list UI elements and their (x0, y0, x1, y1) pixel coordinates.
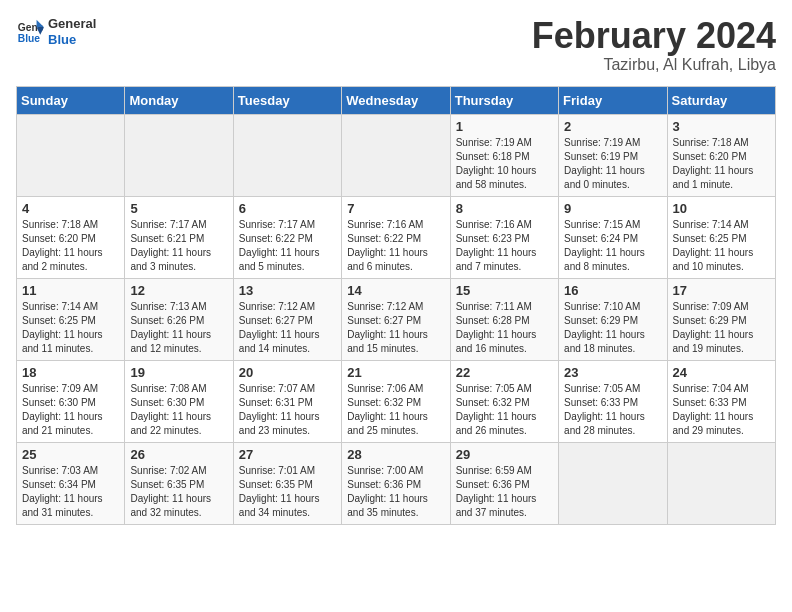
calendar-cell: 18Sunrise: 7:09 AMSunset: 6:30 PMDayligh… (17, 360, 125, 442)
day-info: Sunrise: 7:16 AMSunset: 6:22 PMDaylight:… (347, 218, 444, 274)
day-info: Sunrise: 7:16 AMSunset: 6:23 PMDaylight:… (456, 218, 553, 274)
day-number: 26 (130, 447, 227, 462)
calendar-cell: 25Sunrise: 7:03 AMSunset: 6:34 PMDayligh… (17, 442, 125, 524)
day-info: Sunrise: 7:09 AMSunset: 6:29 PMDaylight:… (673, 300, 770, 356)
calendar-cell: 8Sunrise: 7:16 AMSunset: 6:23 PMDaylight… (450, 196, 558, 278)
week-row-1: 1Sunrise: 7:19 AMSunset: 6:18 PMDaylight… (17, 114, 776, 196)
calendar-cell: 20Sunrise: 7:07 AMSunset: 6:31 PMDayligh… (233, 360, 341, 442)
calendar-cell: 11Sunrise: 7:14 AMSunset: 6:25 PMDayligh… (17, 278, 125, 360)
day-info: Sunrise: 7:10 AMSunset: 6:29 PMDaylight:… (564, 300, 661, 356)
page-header: General Blue General Blue February 2024 … (16, 16, 776, 74)
calendar-table: SundayMondayTuesdayWednesdayThursdayFrid… (16, 86, 776, 525)
calendar-cell: 17Sunrise: 7:09 AMSunset: 6:29 PMDayligh… (667, 278, 775, 360)
day-info: Sunrise: 7:01 AMSunset: 6:35 PMDaylight:… (239, 464, 336, 520)
day-number: 9 (564, 201, 661, 216)
day-info: Sunrise: 7:07 AMSunset: 6:31 PMDaylight:… (239, 382, 336, 438)
day-info: Sunrise: 7:00 AMSunset: 6:36 PMDaylight:… (347, 464, 444, 520)
calendar-cell: 24Sunrise: 7:04 AMSunset: 6:33 PMDayligh… (667, 360, 775, 442)
calendar-cell: 15Sunrise: 7:11 AMSunset: 6:28 PMDayligh… (450, 278, 558, 360)
logo: General Blue General Blue (16, 16, 96, 47)
day-number: 25 (22, 447, 119, 462)
col-header-tuesday: Tuesday (233, 86, 341, 114)
day-info: Sunrise: 7:11 AMSunset: 6:28 PMDaylight:… (456, 300, 553, 356)
col-header-thursday: Thursday (450, 86, 558, 114)
col-header-friday: Friday (559, 86, 667, 114)
calendar-cell: 21Sunrise: 7:06 AMSunset: 6:32 PMDayligh… (342, 360, 450, 442)
week-row-3: 11Sunrise: 7:14 AMSunset: 6:25 PMDayligh… (17, 278, 776, 360)
day-number: 16 (564, 283, 661, 298)
day-number: 22 (456, 365, 553, 380)
day-info: Sunrise: 7:18 AMSunset: 6:20 PMDaylight:… (22, 218, 119, 274)
day-info: Sunrise: 7:02 AMSunset: 6:35 PMDaylight:… (130, 464, 227, 520)
day-info: Sunrise: 7:09 AMSunset: 6:30 PMDaylight:… (22, 382, 119, 438)
day-info: Sunrise: 7:03 AMSunset: 6:34 PMDaylight:… (22, 464, 119, 520)
calendar-cell: 29Sunrise: 6:59 AMSunset: 6:36 PMDayligh… (450, 442, 558, 524)
calendar-cell (559, 442, 667, 524)
col-header-wednesday: Wednesday (342, 86, 450, 114)
day-number: 20 (239, 365, 336, 380)
day-info: Sunrise: 7:06 AMSunset: 6:32 PMDaylight:… (347, 382, 444, 438)
logo-line1: General (48, 16, 96, 32)
calendar-cell: 13Sunrise: 7:12 AMSunset: 6:27 PMDayligh… (233, 278, 341, 360)
day-number: 19 (130, 365, 227, 380)
day-info: Sunrise: 7:19 AMSunset: 6:18 PMDaylight:… (456, 136, 553, 192)
day-number: 15 (456, 283, 553, 298)
day-info: Sunrise: 7:19 AMSunset: 6:19 PMDaylight:… (564, 136, 661, 192)
calendar-cell (125, 114, 233, 196)
day-number: 11 (22, 283, 119, 298)
day-info: Sunrise: 7:04 AMSunset: 6:33 PMDaylight:… (673, 382, 770, 438)
day-number: 3 (673, 119, 770, 134)
week-row-5: 25Sunrise: 7:03 AMSunset: 6:34 PMDayligh… (17, 442, 776, 524)
day-info: Sunrise: 7:15 AMSunset: 6:24 PMDaylight:… (564, 218, 661, 274)
day-info: Sunrise: 7:14 AMSunset: 6:25 PMDaylight:… (22, 300, 119, 356)
col-header-saturday: Saturday (667, 86, 775, 114)
day-number: 13 (239, 283, 336, 298)
calendar-cell: 2Sunrise: 7:19 AMSunset: 6:19 PMDaylight… (559, 114, 667, 196)
day-info: Sunrise: 7:17 AMSunset: 6:21 PMDaylight:… (130, 218, 227, 274)
day-number: 6 (239, 201, 336, 216)
calendar-cell: 6Sunrise: 7:17 AMSunset: 6:22 PMDaylight… (233, 196, 341, 278)
day-number: 14 (347, 283, 444, 298)
day-info: Sunrise: 7:08 AMSunset: 6:30 PMDaylight:… (130, 382, 227, 438)
subtitle: Tazirbu, Al Kufrah, Libya (532, 56, 776, 74)
week-row-4: 18Sunrise: 7:09 AMSunset: 6:30 PMDayligh… (17, 360, 776, 442)
day-number: 29 (456, 447, 553, 462)
calendar-cell: 19Sunrise: 7:08 AMSunset: 6:30 PMDayligh… (125, 360, 233, 442)
svg-text:Blue: Blue (18, 33, 41, 44)
week-row-2: 4Sunrise: 7:18 AMSunset: 6:20 PMDaylight… (17, 196, 776, 278)
calendar-cell: 26Sunrise: 7:02 AMSunset: 6:35 PMDayligh… (125, 442, 233, 524)
calendar-cell: 4Sunrise: 7:18 AMSunset: 6:20 PMDaylight… (17, 196, 125, 278)
calendar-cell: 16Sunrise: 7:10 AMSunset: 6:29 PMDayligh… (559, 278, 667, 360)
title-block: February 2024 Tazirbu, Al Kufrah, Libya (532, 16, 776, 74)
logo-line2: Blue (48, 32, 96, 48)
day-number: 18 (22, 365, 119, 380)
day-info: Sunrise: 7:12 AMSunset: 6:27 PMDaylight:… (347, 300, 444, 356)
day-number: 27 (239, 447, 336, 462)
day-info: Sunrise: 7:17 AMSunset: 6:22 PMDaylight:… (239, 218, 336, 274)
day-number: 2 (564, 119, 661, 134)
calendar-cell: 9Sunrise: 7:15 AMSunset: 6:24 PMDaylight… (559, 196, 667, 278)
day-info: Sunrise: 7:14 AMSunset: 6:25 PMDaylight:… (673, 218, 770, 274)
calendar-cell (17, 114, 125, 196)
day-info: Sunrise: 7:12 AMSunset: 6:27 PMDaylight:… (239, 300, 336, 356)
day-number: 12 (130, 283, 227, 298)
day-number: 17 (673, 283, 770, 298)
day-info: Sunrise: 7:05 AMSunset: 6:33 PMDaylight:… (564, 382, 661, 438)
calendar-cell: 27Sunrise: 7:01 AMSunset: 6:35 PMDayligh… (233, 442, 341, 524)
day-number: 23 (564, 365, 661, 380)
day-info: Sunrise: 7:05 AMSunset: 6:32 PMDaylight:… (456, 382, 553, 438)
calendar-cell: 1Sunrise: 7:19 AMSunset: 6:18 PMDaylight… (450, 114, 558, 196)
day-number: 5 (130, 201, 227, 216)
day-number: 4 (22, 201, 119, 216)
calendar-cell: 23Sunrise: 7:05 AMSunset: 6:33 PMDayligh… (559, 360, 667, 442)
calendar-cell: 7Sunrise: 7:16 AMSunset: 6:22 PMDaylight… (342, 196, 450, 278)
day-number: 10 (673, 201, 770, 216)
calendar-cell (342, 114, 450, 196)
day-number: 21 (347, 365, 444, 380)
calendar-cell: 28Sunrise: 7:00 AMSunset: 6:36 PMDayligh… (342, 442, 450, 524)
calendar-cell: 14Sunrise: 7:12 AMSunset: 6:27 PMDayligh… (342, 278, 450, 360)
day-number: 1 (456, 119, 553, 134)
calendar-cell: 10Sunrise: 7:14 AMSunset: 6:25 PMDayligh… (667, 196, 775, 278)
day-number: 28 (347, 447, 444, 462)
calendar-cell: 5Sunrise: 7:17 AMSunset: 6:21 PMDaylight… (125, 196, 233, 278)
